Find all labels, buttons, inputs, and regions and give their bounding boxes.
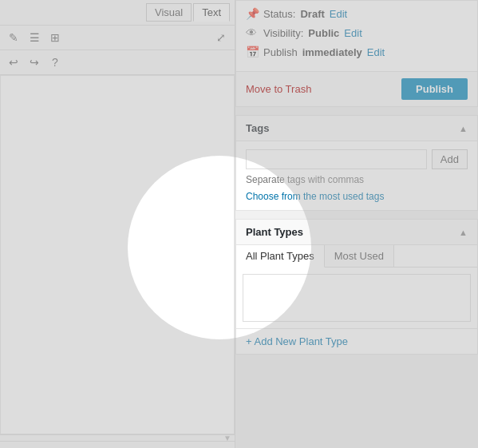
tab-text[interactable]: Text xyxy=(193,3,230,22)
list-ul-icon[interactable]: ☰ xyxy=(26,29,43,46)
status-value: Draft xyxy=(300,8,324,20)
publish-timing-edit-link[interactable]: Edit xyxy=(367,46,385,58)
visibility-icon: 👁 xyxy=(246,26,259,39)
tag-choose-link[interactable]: Choose from the most used tags xyxy=(246,191,384,202)
tags-box-header[interactable]: Tags ▲ xyxy=(236,116,477,141)
publish-footer: Move to Trash Publish xyxy=(236,71,477,106)
plant-types-title: Plant Types xyxy=(246,226,303,238)
status-label: Status: xyxy=(263,8,295,20)
word-count-bar xyxy=(0,441,235,448)
tags-chevron-icon: ▲ xyxy=(459,124,468,133)
visibility-row: 👁 Visibility: Public Edit xyxy=(246,26,468,39)
publish-box-body: 📌 Status: Draft Edit 👁 Visibility: Publi… xyxy=(236,1,477,71)
edit-icon[interactable]: ✎ xyxy=(5,29,22,46)
tab-most-used[interactable]: Most Used xyxy=(325,245,394,267)
calendar-icon: 📅 xyxy=(246,46,259,58)
plant-types-body: All Plant Types Most Used xyxy=(236,245,477,328)
status-edit-link[interactable]: Edit xyxy=(330,8,347,20)
tag-input[interactable] xyxy=(246,149,427,169)
plant-types-footer: + Add New Plant Type xyxy=(236,328,477,354)
editor-toolbar-row1: ✎ ☰ ⊞ ⤢ xyxy=(0,26,235,50)
table-icon[interactable]: ⊞ xyxy=(46,29,64,46)
visibility-edit-link[interactable]: Edit xyxy=(344,27,361,39)
visibility-value: Public xyxy=(308,27,339,39)
tags-box-body: Add Separate tags with commas Choose fro… xyxy=(236,141,477,210)
tab-all-plant-types[interactable]: All Plant Types xyxy=(236,245,325,268)
plant-types-header[interactable]: Plant Types ▲ xyxy=(236,220,477,245)
add-new-plant-type-link[interactable]: + Add New Plant Type xyxy=(246,335,348,347)
plant-types-tab-content xyxy=(236,268,477,328)
visibility-label: Visibility: xyxy=(263,27,303,39)
publish-button[interactable]: Publish xyxy=(401,78,468,100)
tag-input-row: Add xyxy=(246,149,468,169)
plant-types-tabs: All Plant Types Most Used xyxy=(236,245,477,268)
help-icon[interactable]: ? xyxy=(46,54,64,71)
tag-hint: Separate tags with commas xyxy=(246,174,468,185)
redo-icon[interactable]: ↪ xyxy=(26,54,43,71)
page-wrapper: Visual Text ✎ ☰ ⊞ ⤢ ↩ ↪ ? ▼ xyxy=(0,0,478,448)
publish-timing: immediately xyxy=(302,46,362,58)
tags-box: Tags ▲ Add Separate tags with commas Cho… xyxy=(235,115,478,211)
tab-visual[interactable]: Visual xyxy=(146,3,192,22)
tag-add-button[interactable]: Add xyxy=(432,149,468,169)
editor-toolbar-row2: ↩ ↪ ? xyxy=(0,50,235,75)
plant-types-list[interactable] xyxy=(243,274,471,322)
status-icon: 📌 xyxy=(246,7,259,20)
move-to-trash-link[interactable]: Move to Trash xyxy=(246,83,311,95)
resize-handle[interactable]: ▼ xyxy=(0,434,235,441)
plant-types-box: Plant Types ▲ All Plant Types Most Used … xyxy=(235,219,478,355)
editor-panel: Visual Text ✎ ☰ ⊞ ⤢ ↩ ↪ ? ▼ xyxy=(0,0,235,448)
publish-timing-row: 📅 Publish immediately Edit xyxy=(246,46,468,58)
editor-tab-bar: Visual Text xyxy=(0,0,235,26)
publish-box: 📌 Status: Draft Edit 👁 Visibility: Publi… xyxy=(235,0,478,107)
publish-label: Publish xyxy=(263,46,298,58)
editor-content[interactable] xyxy=(0,75,235,434)
expand-icon[interactable]: ⤢ xyxy=(212,29,230,46)
sidebar: 📌 Status: Draft Edit 👁 Visibility: Publi… xyxy=(235,0,478,448)
undo-icon[interactable]: ↩ xyxy=(5,54,22,71)
tags-title: Tags xyxy=(246,122,269,134)
status-row: 📌 Status: Draft Edit xyxy=(246,7,468,20)
plant-types-chevron-icon: ▲ xyxy=(459,228,468,237)
